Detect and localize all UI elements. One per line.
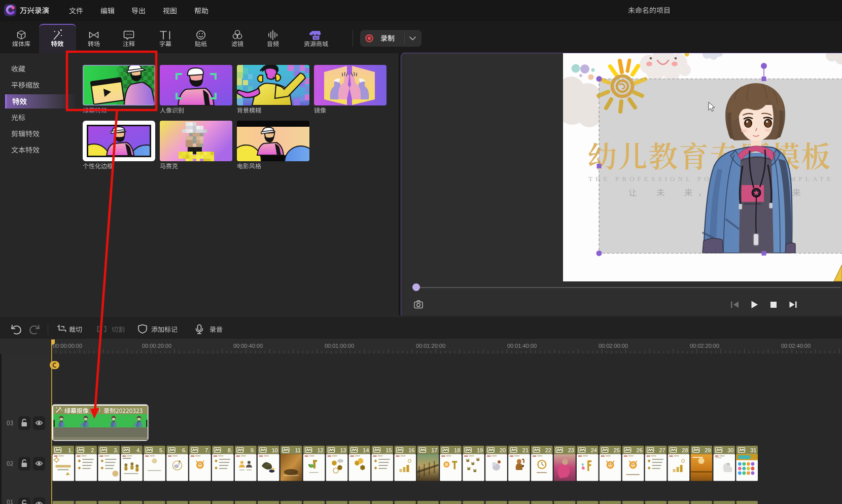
svg-text:24: 24 bbox=[591, 447, 597, 453]
svg-text:17: 17 bbox=[431, 447, 437, 453]
svg-text:8.: 8. bbox=[228, 447, 232, 453]
svg-text:22: 22 bbox=[545, 447, 551, 453]
svg-text:27: 27 bbox=[659, 447, 665, 453]
svg-text:18: 18 bbox=[454, 447, 460, 453]
svg-text:21: 21 bbox=[522, 447, 529, 453]
svg-text:11: 11 bbox=[295, 447, 300, 453]
svg-text:19: 19 bbox=[477, 447, 483, 453]
svg-text:29: 29 bbox=[705, 447, 711, 453]
svg-text:4.: 4. bbox=[136, 447, 141, 453]
svg-text:7.: 7. bbox=[205, 447, 209, 453]
svg-text:31: 31 bbox=[750, 447, 756, 453]
svg-text:1.: 1. bbox=[68, 447, 73, 453]
svg-text:5.: 5. bbox=[159, 447, 164, 453]
svg-text:28: 28 bbox=[682, 447, 688, 453]
svg-text:3.: 3. bbox=[114, 447, 118, 453]
svg-text:12: 12 bbox=[317, 447, 323, 453]
svg-text:6.: 6. bbox=[182, 447, 187, 453]
svg-text:20: 20 bbox=[500, 447, 506, 453]
svg-text:15: 15 bbox=[385, 447, 392, 453]
svg-text:2.: 2. bbox=[91, 447, 95, 453]
svg-text:9.: 9. bbox=[251, 447, 255, 453]
svg-text:30: 30 bbox=[727, 447, 733, 453]
svg-text:23: 23 bbox=[568, 447, 574, 453]
svg-text:14: 14 bbox=[363, 447, 369, 453]
svg-text:25: 25 bbox=[614, 447, 620, 453]
svg-text:16: 16 bbox=[408, 447, 414, 453]
svg-text:10: 10 bbox=[272, 447, 278, 453]
svg-text:26: 26 bbox=[637, 447, 643, 453]
svg-text:13: 13 bbox=[340, 447, 346, 453]
